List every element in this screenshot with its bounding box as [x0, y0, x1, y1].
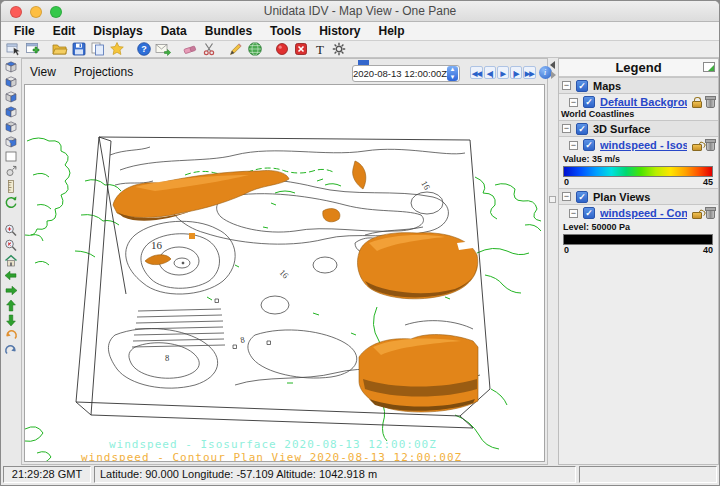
menu-bundles[interactable]: Bundles — [196, 24, 261, 38]
view-cube-front-icon[interactable] — [3, 89, 19, 104]
legend-item-isosurface: − ✓ windspeed - Isosurface — [559, 137, 718, 152]
menu-file[interactable]: File — [5, 24, 44, 38]
contour-plan-checkbox[interactable]: ✓ — [583, 207, 595, 219]
pan-up-icon[interactable] — [3, 298, 19, 313]
pan-down-icon[interactable] — [3, 313, 19, 328]
open-bundle-icon[interactable] — [52, 41, 68, 57]
splitter-handle[interactable] — [549, 196, 556, 203]
favorites-star-icon[interactable] — [109, 41, 125, 57]
collapse-plan-views-icon[interactable]: − — [562, 192, 571, 201]
isosurface-colorbar[interactable] — [563, 166, 713, 177]
collapse-item-icon[interactable]: − — [569, 98, 578, 107]
viewpoint-toolbar — [1, 58, 21, 465]
pan-right-icon[interactable] — [3, 283, 19, 298]
collapse-maps-icon[interactable]: − — [562, 81, 571, 90]
time-step-down[interactable]: ▼ — [447, 74, 458, 82]
capture-movie-icon[interactable] — [274, 41, 290, 57]
legend-group-3d-surface: − ✓ 3D Surface — [559, 120, 718, 137]
zoom-window-button[interactable] — [50, 6, 62, 18]
collapse-item-icon[interactable]: − — [569, 141, 578, 150]
menu-edit[interactable]: Edit — [44, 24, 85, 38]
menu-view[interactable]: View — [30, 65, 56, 79]
main-toolbar: ? T — [1, 41, 719, 58]
isosurface-checkbox[interactable]: ✓ — [583, 139, 595, 151]
legend-header: Legend — [559, 59, 718, 77]
trash-icon[interactable] — [706, 98, 715, 108]
text-note-icon[interactable]: T — [312, 41, 328, 57]
contour-overlay-label: windspeed - Contour Plan View 2020-08-13… — [81, 451, 462, 462]
drawing-pencil-icon[interactable] — [228, 41, 244, 57]
contour-level-label: Level: 50000 Pa — [559, 222, 718, 232]
svg-text:16: 16 — [278, 267, 291, 280]
legend-splitter[interactable] — [548, 58, 558, 465]
lock-open-icon[interactable] — [692, 212, 702, 219]
view-cube-left-icon[interactable] — [3, 119, 19, 134]
svg-text:?: ? — [141, 44, 147, 54]
close-window-button[interactable] — [10, 6, 22, 18]
titlebar: Unidata IDV - Map View - One Pane — [1, 1, 719, 22]
zoom-reset-icon[interactable] — [3, 238, 19, 253]
isosurface-link[interactable]: windspeed - Isosurface — [600, 139, 687, 151]
collapse-left-icon[interactable] — [550, 61, 555, 69]
projections-globe-icon[interactable] — [247, 41, 263, 57]
new-view-window-icon[interactable] — [25, 41, 41, 57]
time-step-up[interactable]: ▲ — [447, 66, 458, 74]
undo-icon[interactable] — [3, 328, 19, 343]
step-back-button[interactable]: ◀| — [484, 66, 496, 79]
surface-visibility-checkbox[interactable]: ✓ — [576, 123, 588, 135]
trash-icon[interactable] — [706, 209, 715, 219]
view-cube-right-icon[interactable] — [3, 134, 19, 149]
background-maps-link[interactable]: Default Background Maps — [600, 96, 687, 108]
auto-rotate-icon[interactable] — [3, 194, 19, 209]
lock-closed-icon[interactable] — [692, 101, 702, 108]
minimize-window-button[interactable] — [30, 6, 42, 18]
contour-plan-link[interactable]: windspeed - Contour Pl... — [600, 207, 687, 219]
remove-data-scissors-icon[interactable] — [201, 41, 217, 57]
menu-help[interactable]: Help — [370, 24, 414, 38]
float-legend-icon[interactable] — [703, 62, 715, 72]
menu-data[interactable]: Data — [152, 24, 196, 38]
menu-history[interactable]: History — [310, 24, 369, 38]
zoom-in-icon[interactable] — [3, 223, 19, 238]
preferences-gear-icon[interactable] — [331, 41, 347, 57]
trash-icon[interactable] — [706, 141, 715, 151]
vertical-scale-icon[interactable] — [3, 179, 19, 194]
save-as-favorite-icon[interactable] — [90, 41, 106, 57]
colorbar-min: 0 — [564, 245, 569, 256]
menu-displays[interactable]: Displays — [84, 24, 151, 38]
help-icon[interactable]: ? — [136, 41, 152, 57]
menu-projections[interactable]: Projections — [74, 65, 133, 79]
maps-visibility-checkbox[interactable]: ✓ — [576, 80, 588, 92]
home-view-icon[interactable] — [3, 253, 19, 268]
collapse-right-icon[interactable] — [551, 71, 556, 79]
view-cube-top-icon[interactable] — [3, 59, 19, 74]
support-request-icon[interactable] — [155, 41, 171, 57]
redo-icon[interactable] — [3, 343, 19, 358]
lock-open-icon[interactable] — [692, 144, 702, 151]
reset-box-icon[interactable] — [3, 149, 19, 164]
remove-displays-eraser-icon[interactable] — [182, 41, 198, 57]
legend-item-contour-plan: − ✓ windspeed - Contour Pl... — [559, 205, 718, 220]
isosurface-layer — [113, 161, 478, 412]
pan-left-icon[interactable] — [3, 268, 19, 283]
play-button[interactable]: ▶ — [497, 66, 509, 79]
background-maps-checkbox[interactable]: ✓ — [583, 96, 595, 108]
view-cube-back-icon[interactable] — [3, 104, 19, 119]
go-last-button[interactable]: ▶▶ — [523, 66, 536, 79]
save-bundle-icon[interactable] — [71, 41, 87, 57]
map-3d-canvas[interactable]: 24 16 16 8 8 16 16 16 — [24, 84, 545, 462]
perspective-view-icon[interactable] — [3, 164, 19, 179]
collapse-item-icon[interactable]: − — [569, 209, 578, 218]
step-forward-button[interactable]: |▶ — [510, 66, 522, 79]
go-first-button[interactable]: ◀◀ — [470, 66, 483, 79]
collapse-3d-surface-icon[interactable]: − — [562, 124, 571, 133]
show-dashboard-icon[interactable] — [6, 41, 22, 57]
legend-title: Legend — [559, 59, 718, 76]
view-cube-bottom-icon[interactable] — [3, 74, 19, 89]
plan-views-visibility-checkbox[interactable]: ✓ — [576, 191, 588, 203]
contour-colorbar[interactable] — [563, 234, 713, 245]
time-stepper[interactable]: ▲▼ — [447, 66, 458, 81]
time-selector[interactable]: 2020-08-13 12:00:00Z ▲▼ — [352, 65, 460, 82]
delete-stop-icon[interactable] — [293, 41, 309, 57]
menu-tools[interactable]: Tools — [261, 24, 310, 38]
